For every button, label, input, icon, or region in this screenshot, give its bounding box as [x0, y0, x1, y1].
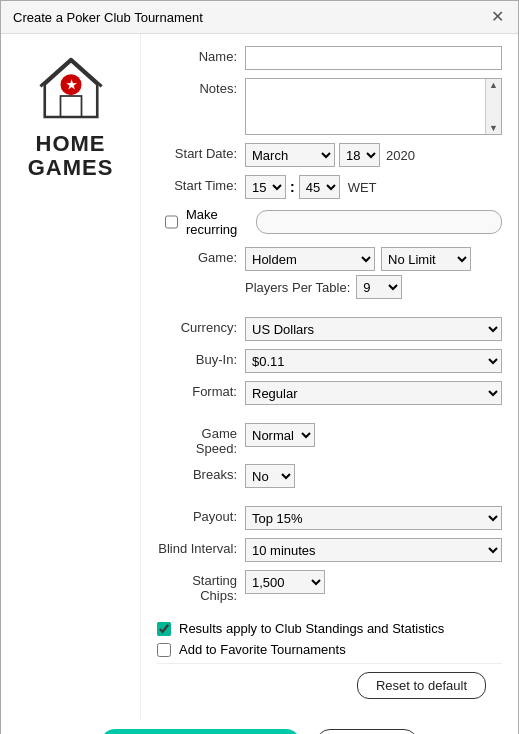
- starting-chips-select[interactable]: 1,500 2,000 3,000 5,000 10,000: [245, 570, 325, 594]
- blind-interval-select[interactable]: 10 minutes 15 minutes 20 minutes 30 minu…: [245, 538, 502, 562]
- game-selects: Holdem Omaha Stud No Limit Pot Limit Fix…: [245, 247, 502, 271]
- notes-row: Notes: ▲ ▼: [157, 78, 502, 135]
- currency-select[interactable]: US Dollars Euros Play Money: [245, 317, 502, 341]
- favorite-checkbox-row: Add to Favorite Tournaments: [157, 642, 502, 657]
- close-button[interactable]: ✕: [489, 9, 506, 25]
- currency-row: Currency: US Dollars Euros Play Money: [157, 317, 502, 341]
- game-speed-control: Normal Fast Slow: [245, 423, 502, 447]
- format-label: Format:: [157, 381, 245, 399]
- dialog-body: ★ HOME GAMES Name: Notes:: [1, 34, 518, 721]
- start-time-row: Start Time: 0123 4567 891011 12131415 16…: [157, 175, 502, 199]
- svg-rect-1: [60, 96, 81, 117]
- favorite-checkbox[interactable]: [157, 643, 171, 657]
- breaks-label: Breaks:: [157, 464, 245, 482]
- players-row: Players Per Table: 2345 6789: [245, 275, 502, 299]
- month-select[interactable]: March JanuaryFebruary AprilMayJune JulyA…: [245, 143, 335, 167]
- create-tournament-button[interactable]: Create Tournament: [101, 729, 300, 734]
- dialog-title: Create a Poker Club Tournament: [13, 10, 203, 25]
- payout-control: Top 15% Top 20% Top 30% Winner Takes All: [245, 506, 502, 530]
- scroll-down-icon[interactable]: ▼: [489, 123, 498, 133]
- timezone-label: WET: [348, 180, 377, 195]
- hour-select[interactable]: 0123 4567 891011 12131415 16171819 20212…: [245, 175, 286, 199]
- game-speed-select[interactable]: Normal Fast Slow: [245, 423, 315, 447]
- blind-interval-control: 10 minutes 15 minutes 20 minutes 30 minu…: [245, 538, 502, 562]
- currency-control: US Dollars Euros Play Money: [245, 317, 502, 341]
- game-type-select[interactable]: Holdem Omaha Stud: [245, 247, 375, 271]
- payout-row: Payout: Top 15% Top 20% Top 30% Winner T…: [157, 506, 502, 530]
- day-select[interactable]: 1234 5678 9101112 13141516 17181920 2122…: [339, 143, 380, 167]
- name-control: [245, 46, 502, 70]
- game-speed-label: Game Speed:: [157, 423, 245, 456]
- favorite-checkbox-label: Add to Favorite Tournaments: [179, 642, 346, 657]
- reset-button[interactable]: Reset to default: [357, 672, 486, 699]
- game-speed-row: Game Speed: Normal Fast Slow: [157, 423, 502, 456]
- game-label: Game:: [157, 247, 245, 265]
- limit-type-select[interactable]: No Limit Pot Limit Fixed Limit: [381, 247, 471, 271]
- right-panel: Name: Notes: ▲ ▼: [141, 34, 518, 721]
- game-row: Game: Holdem Omaha Stud No Limit Pot Lim…: [157, 247, 502, 299]
- home-games-logo-icon: ★: [36, 54, 106, 124]
- breaks-control: No Yes: [245, 464, 502, 488]
- scroll-up-icon[interactable]: ▲: [489, 80, 498, 90]
- starting-chips-control: 1,500 2,000 3,000 5,000 10,000: [245, 570, 502, 594]
- name-input[interactable]: [245, 46, 502, 70]
- notes-label: Notes:: [157, 78, 245, 96]
- buyin-control: $0.11 $0.25$0.50$1.00 $2.00$5.00: [245, 349, 502, 373]
- starting-chips-label: Starting Chips:: [157, 570, 245, 603]
- action-buttons: Create Tournament Cancel: [1, 721, 518, 734]
- start-date-row: Start Date: March JanuaryFebruary AprilM…: [157, 143, 502, 167]
- time-separator: :: [290, 179, 295, 195]
- buyin-label: Buy-In:: [157, 349, 245, 367]
- notes-textarea[interactable]: [246, 79, 485, 134]
- game-control: Holdem Omaha Stud No Limit Pot Limit Fix…: [245, 247, 502, 299]
- buyin-row: Buy-In: $0.11 $0.25$0.50$1.00 $2.00$5.00: [157, 349, 502, 373]
- start-date-control: March JanuaryFebruary AprilMayJune JulyA…: [245, 143, 502, 167]
- dialog: Create a Poker Club Tournament ✕ ★ HOME …: [0, 0, 519, 734]
- results-checkbox[interactable]: [157, 622, 171, 636]
- left-panel: ★ HOME GAMES: [1, 34, 141, 721]
- year-label: 2020: [386, 148, 415, 163]
- recurring-input[interactable]: [256, 210, 502, 234]
- recurring-checkbox[interactable]: [165, 215, 178, 229]
- name-row: Name:: [157, 46, 502, 70]
- minute-select[interactable]: 00153045: [299, 175, 340, 199]
- start-date-label: Start Date:: [157, 143, 245, 161]
- notes-scrollbar[interactable]: ▲ ▼: [485, 79, 501, 134]
- reset-button-row: Reset to default: [157, 663, 502, 705]
- format-control: Regular Turbo Hyper-Turbo: [245, 381, 502, 405]
- currency-label: Currency:: [157, 317, 245, 335]
- breaks-row: Breaks: No Yes: [157, 464, 502, 488]
- name-label: Name:: [157, 46, 245, 64]
- title-bar: Create a Poker Club Tournament ✕: [1, 1, 518, 34]
- players-per-table-select[interactable]: 2345 6789: [356, 275, 402, 299]
- format-select[interactable]: Regular Turbo Hyper-Turbo: [245, 381, 502, 405]
- cancel-button[interactable]: Cancel: [316, 729, 418, 734]
- home-games-label: HOME GAMES: [28, 132, 114, 180]
- svg-text:★: ★: [65, 78, 76, 92]
- results-checkbox-label: Results apply to Club Standings and Stat…: [179, 621, 444, 636]
- notes-scrollbar-hint: ▲ ▼: [245, 78, 502, 135]
- start-time-control: 0123 4567 891011 12131415 16171819 20212…: [245, 175, 502, 199]
- recurring-row: Make recurring: [165, 207, 502, 237]
- format-row: Format: Regular Turbo Hyper-Turbo: [157, 381, 502, 405]
- players-per-table-label: Players Per Table:: [245, 280, 350, 295]
- payout-select[interactable]: Top 15% Top 20% Top 30% Winner Takes All: [245, 506, 502, 530]
- buyin-select[interactable]: $0.11 $0.25$0.50$1.00 $2.00$5.00: [245, 349, 502, 373]
- starting-chips-row: Starting Chips: 1,500 2,000 3,000 5,000 …: [157, 570, 502, 603]
- notes-control: ▲ ▼: [245, 78, 502, 135]
- breaks-select[interactable]: No Yes: [245, 464, 295, 488]
- payout-label: Payout:: [157, 506, 245, 524]
- blind-interval-row: Blind Interval: 10 minutes 15 minutes 20…: [157, 538, 502, 562]
- start-time-label: Start Time:: [157, 175, 245, 193]
- blind-interval-label: Blind Interval:: [157, 538, 245, 556]
- results-checkbox-row: Results apply to Club Standings and Stat…: [157, 621, 502, 636]
- recurring-label: Make recurring: [186, 207, 248, 237]
